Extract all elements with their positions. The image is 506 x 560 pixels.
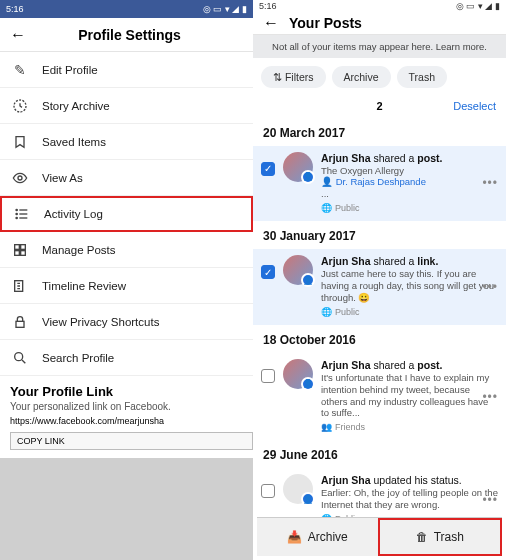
friends-icon: 👥 (321, 422, 332, 432)
menu-label: Manage Posts (42, 244, 116, 256)
post-body: Arjun Sha shared a link. Just came here … (321, 255, 498, 317)
svg-point-6 (16, 213, 17, 214)
search-icon (12, 350, 28, 366)
date-header: 29 June 2016 (253, 440, 506, 468)
menu-label: Timeline Review (42, 280, 126, 292)
menu-label: Activity Log (44, 208, 103, 220)
badge-icon: 👤 (301, 492, 315, 506)
selected-count: 2 (341, 100, 419, 112)
back-icon[interactable]: ← (10, 26, 26, 44)
bookmark-icon (12, 134, 28, 150)
date-header: 30 January 2017 (253, 221, 506, 249)
status-bar: 5:16 ◎ ▭ ▾ ◢ ▮ (253, 0, 506, 12)
avatar: 👤 (283, 152, 313, 182)
post-body: Arjun Sha shared a post. It's unfortunat… (321, 359, 498, 433)
svg-point-14 (15, 352, 23, 360)
chip-filters[interactable]: ⇅ Filters (261, 66, 326, 88)
menu-label: Story Archive (42, 100, 110, 112)
page-title: Profile Settings (36, 27, 223, 43)
post-item[interactable]: ✓ 👤 Arjun Sha shared a post. The Oxygen … (253, 146, 506, 222)
badge-icon: 👤 (301, 273, 315, 287)
eye-icon (12, 170, 28, 186)
profile-link-url: https://www.facebook.com/mearjunsha (0, 416, 253, 432)
filter-chips: ⇅ Filters Archive Trash (253, 58, 506, 96)
post-item[interactable]: 👤 Arjun Sha shared a post. It's unfortun… (253, 353, 506, 441)
svg-point-5 (16, 209, 17, 210)
more-icon[interactable]: ••• (482, 176, 498, 190)
menu-label: View Privacy Shortcuts (42, 316, 159, 328)
menu-edit-profile[interactable]: ✎ Edit Profile (0, 52, 253, 88)
menu-label: Edit Profile (42, 64, 98, 76)
header: ← Your Posts (253, 12, 506, 35)
checkbox[interactable]: ✓ (261, 162, 275, 176)
globe-icon: 🌐 (321, 203, 332, 213)
checkbox[interactable]: ✓ (261, 265, 275, 279)
timeline-icon (12, 278, 28, 294)
avatar: 👤 (283, 474, 313, 504)
menu-label: Search Profile (42, 352, 114, 364)
badge-icon: 👤 (301, 170, 315, 184)
date-header: 20 March 2017 (253, 118, 506, 146)
pencil-icon: ✎ (12, 62, 28, 78)
svg-line-15 (22, 360, 25, 363)
gray-placeholder (0, 458, 253, 560)
more-icon[interactable]: ••• (482, 493, 498, 507)
badge-icon: 👤 (301, 377, 315, 391)
more-icon[interactable]: ••• (482, 280, 498, 294)
page-title: Your Posts (289, 15, 496, 31)
selection-row: 2 Deselect (253, 96, 506, 118)
avatar: 👤 (283, 255, 313, 285)
svg-point-1 (18, 176, 22, 180)
post-body: Arjun Sha shared a post. The Oxygen Alle… (321, 152, 498, 214)
profile-link-title: Your Profile Link (0, 376, 253, 401)
archive-icon: 📥 (287, 530, 302, 544)
lock-icon (12, 314, 28, 330)
notice-banner[interactable]: Not all of your items may appear here. L… (253, 35, 506, 58)
globe-icon: 🌐 (321, 307, 332, 317)
menu-view-as[interactable]: View As (0, 160, 253, 196)
menu-label: Saved Items (42, 136, 106, 148)
list-icon (14, 206, 30, 222)
bottom-action-bar: 📥 Archive 🗑 Trash (257, 517, 502, 556)
chip-trash[interactable]: Trash (397, 66, 447, 88)
status-time: 5:16 (259, 1, 277, 11)
grid-icon (12, 242, 28, 258)
svg-rect-8 (15, 244, 20, 249)
menu-story-archive[interactable]: Story Archive (0, 88, 253, 124)
svg-rect-9 (21, 244, 26, 249)
checkbox[interactable] (261, 369, 275, 383)
header: ← Profile Settings (0, 18, 253, 52)
svg-rect-13 (16, 321, 24, 327)
archive-button[interactable]: 📥 Archive (257, 518, 378, 556)
trash-button[interactable]: 🗑 Trash (378, 518, 503, 556)
menu-label: View As (42, 172, 83, 184)
phone-right: 5:16 ◎ ▭ ▾ ◢ ▮ ← Your Posts Not all of y… (253, 0, 506, 560)
avatar: 👤 (283, 359, 313, 389)
more-icon[interactable]: ••• (482, 390, 498, 404)
date-header: 18 October 2016 (253, 325, 506, 353)
svg-rect-10 (15, 250, 20, 255)
menu-saved-items[interactable]: Saved Items (0, 124, 253, 160)
svg-rect-11 (21, 250, 26, 255)
menu-privacy-shortcuts[interactable]: View Privacy Shortcuts (0, 304, 253, 340)
copy-link-button[interactable]: COPY LINK (10, 432, 253, 450)
menu-manage-posts[interactable]: Manage Posts (0, 232, 253, 268)
status-bar: 5:16 ◎ ▭ ▾ ◢ ▮ (0, 0, 253, 18)
chip-archive[interactable]: Archive (332, 66, 391, 88)
checkbox[interactable] (261, 484, 275, 498)
menu-timeline-review[interactable]: Timeline Review (0, 268, 253, 304)
deselect-button[interactable]: Deselect (418, 100, 496, 112)
post-item[interactable]: ✓ 👤 Arjun Sha shared a link. Just came h… (253, 249, 506, 325)
trash-icon: 🗑 (416, 530, 428, 544)
back-icon[interactable]: ← (263, 14, 279, 32)
status-time: 5:16 (6, 4, 24, 14)
status-icons: ◎ ▭ ▾ ◢ ▮ (203, 4, 247, 14)
menu-search-profile[interactable]: Search Profile (0, 340, 253, 376)
menu-activity-log[interactable]: Activity Log (0, 196, 253, 232)
status-icons: ◎ ▭ ▾ ◢ ▮ (456, 1, 500, 11)
clock-icon (12, 98, 28, 114)
phone-left: 5:16 ◎ ▭ ▾ ◢ ▮ ← Profile Settings ✎ Edit… (0, 0, 253, 560)
profile-link-subtitle: Your personalized link on Facebook. (0, 401, 253, 416)
svg-point-7 (16, 217, 17, 218)
